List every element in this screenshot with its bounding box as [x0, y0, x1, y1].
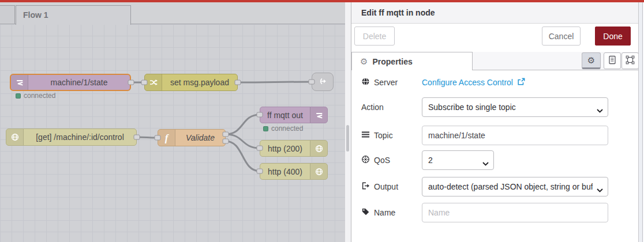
description-tab-button[interactable]	[604, 52, 621, 69]
status-mqtt-out: connected	[263, 124, 303, 133]
globe-icon	[361, 77, 370, 88]
label-text: Output	[374, 182, 398, 191]
name-label: Name	[361, 207, 422, 218]
flow-tabbar: Flow 1	[0, 2, 345, 24]
node-label: set msg.payload	[162, 74, 237, 90]
status-text: connected	[24, 92, 55, 100]
flow-canvas[interactable]: Flow 1 machine/1/state set msg.payload […	[0, 0, 345, 242]
qos-empire-icon	[361, 155, 370, 165]
qos-select[interactable]: 2	[422, 150, 494, 170]
function-icon: f	[158, 130, 175, 146]
document-icon	[608, 55, 617, 67]
node-http-response-200[interactable]: http (200)	[260, 140, 328, 157]
node-http-response-400[interactable]: http (400)	[260, 163, 328, 180]
label-text: QoS	[374, 156, 390, 165]
qos-select-wrap: 2	[422, 150, 494, 170]
globe-icon	[6, 129, 24, 145]
label-text: Server	[374, 78, 398, 87]
output-select[interactable]: auto-detect (parsed JSON object, string …	[422, 177, 608, 196]
done-button[interactable]: Done	[595, 27, 631, 46]
node-label: http (200)	[260, 141, 310, 156]
node-http-in[interactable]: [get] /machine/:id/control	[6, 128, 137, 146]
action-label: Action	[361, 103, 422, 112]
selection-box-icon	[626, 55, 635, 67]
node-mqtt-out[interactable]: ff mqtt out	[260, 107, 328, 123]
scrollbar-thumb[interactable]	[346, 125, 349, 152]
topic-input[interactable]	[422, 126, 608, 145]
node-label: [get] /machine/:id/control	[24, 129, 136, 145]
properties-tab-button[interactable]: ⚙	[582, 52, 601, 69]
field-row-server: Server Configure Access Control	[361, 73, 629, 92]
output-label: Output	[361, 181, 422, 192]
status-text: connected	[271, 124, 303, 133]
link-text: Configure Access Control	[422, 78, 513, 87]
tab-flow-1[interactable]: Flow 1	[16, 5, 131, 25]
link-out-icon	[317, 76, 328, 88]
node-label: ff mqtt out	[260, 107, 310, 123]
tab-partial[interactable]	[0, 5, 15, 24]
panel-title: Edit ff mqtt in node	[351, 2, 638, 24]
gear-icon: ⚙	[587, 55, 595, 66]
external-link-icon	[517, 78, 525, 88]
output-select-wrap: auto-detect (parsed JSON object, string …	[422, 177, 608, 196]
appearance-tab-button[interactable]	[621, 52, 639, 69]
server-label: Server	[361, 77, 422, 88]
tab-label: Properties	[372, 57, 412, 66]
node-change[interactable]: set msg.payload	[144, 74, 238, 91]
gear-icon: ⚙	[360, 56, 368, 67]
shuffle-icon	[145, 74, 162, 90]
node-function-validate[interactable]: f Validate	[158, 129, 226, 146]
node-label: machine/1/state	[28, 75, 130, 90]
node-link-out[interactable]	[312, 73, 334, 91]
cancel-button[interactable]: Cancel	[542, 27, 581, 46]
delete-button[interactable]: Delete	[354, 27, 395, 46]
top-accent-bar	[0, 0, 644, 2]
status-mqtt-in: connected	[16, 92, 55, 100]
field-row-qos: QoS 2	[361, 150, 629, 170]
tag-icon	[361, 207, 370, 218]
mqtt-bridge-icon	[310, 107, 327, 123]
node-label: Validate	[175, 130, 225, 146]
tab-properties[interactable]: ⚙ Properties	[351, 52, 473, 70]
status-connected-dot	[16, 93, 21, 99]
node-mqtt-in[interactable]: machine/1/state	[10, 74, 131, 91]
mqtt-bridge-icon	[11, 75, 28, 90]
sign-out-icon	[361, 181, 370, 192]
globe-icon	[310, 141, 327, 156]
tasks-icon	[361, 130, 370, 141]
label-text: Name	[374, 208, 395, 217]
qos-label: QoS	[361, 155, 422, 165]
label-text: Topic	[374, 131, 393, 140]
canvas-scrollbar[interactable]	[345, 2, 351, 242]
topic-label: Topic	[361, 130, 422, 141]
node-red-editor: Flow 1 machine/1/state set msg.payload […	[0, 0, 644, 242]
field-row-topic: Topic	[361, 126, 629, 145]
configure-access-control-link[interactable]: Configure Access Control	[422, 78, 525, 88]
action-select[interactable]: Subscribe to single topic	[422, 97, 608, 117]
field-row-action: Action Subscribe to single topic	[361, 97, 629, 117]
status-connected-dot	[263, 126, 268, 131]
panel-right-gutter	[638, 2, 644, 242]
field-row-output: Output auto-detect (parsed JSON object, …	[361, 177, 629, 196]
field-row-name: Name	[361, 203, 629, 222]
edit-node-panel: Edit ff mqtt in node Delete Cancel Done …	[351, 2, 638, 242]
action-select-wrap: Subscribe to single topic	[422, 97, 608, 117]
name-input[interactable]	[422, 203, 608, 222]
globe-icon	[310, 164, 327, 179]
node-label: http (400)	[260, 164, 310, 179]
label-text: Action	[361, 103, 384, 112]
